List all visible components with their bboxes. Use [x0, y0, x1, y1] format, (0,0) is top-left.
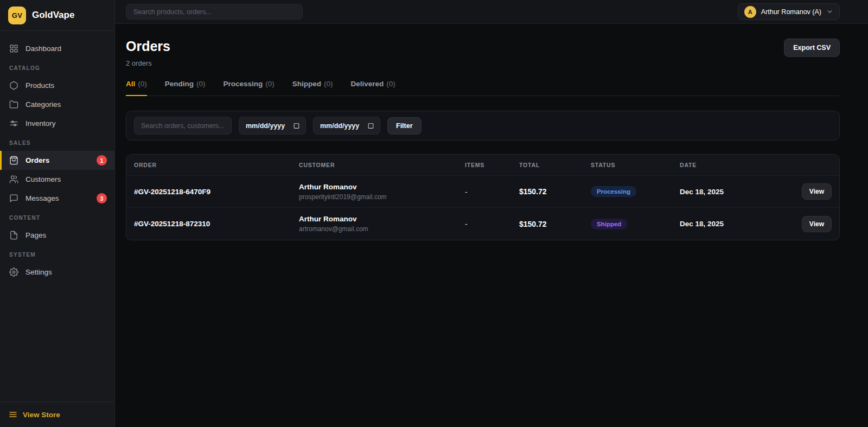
order-total: $150.72: [519, 220, 591, 228]
hexagon-icon: [9, 81, 18, 90]
tab-label: Pending: [165, 80, 194, 88]
page-title: Orders: [126, 39, 170, 54]
sidebar-item-label: Pages: [25, 231, 46, 239]
sliders-icon: [9, 119, 18, 128]
brand-header: GV GoldVape: [0, 0, 114, 31]
sidebar-item-label: Categories: [25, 100, 61, 109]
file-icon: [9, 231, 18, 240]
sidebar-nav: Dashboard CATALOG Products Categories In…: [0, 31, 114, 401]
view-order-button[interactable]: View: [802, 216, 832, 232]
orders-page: Orders 2 orders Export CSV All (0) Pendi…: [115, 24, 868, 427]
sidebar-item-label: Settings: [25, 268, 52, 276]
customer-name: Arthur Romanov: [299, 183, 465, 191]
users-icon: [9, 175, 18, 184]
status-badge: Processing: [591, 186, 636, 197]
calendar-icon[interactable]: [293, 122, 300, 129]
sidebar-item-customers[interactable]: Customers: [0, 170, 114, 189]
shopping-bag-icon: [9, 156, 18, 165]
main-area: A Arthur Romanov (A) Orders 2 orders Exp…: [115, 0, 868, 427]
col-items: ITEMS: [465, 162, 519, 168]
customer-cell: Arthur Romanov artromanov@gmail.com: [299, 215, 465, 233]
tab-label: Shipped: [292, 80, 321, 88]
global-search-input[interactable]: [126, 4, 303, 20]
actions-cell: View: [802, 183, 832, 200]
tab-label: Processing: [224, 80, 263, 88]
col-customer: CUSTOMER: [299, 162, 465, 168]
sidebar-section-catalog: CATALOG: [0, 58, 114, 76]
dashboard-icon: [9, 44, 18, 53]
orders-table: ORDER CUSTOMER ITEMS TOTAL STATUS DATE #…: [126, 154, 840, 240]
chevron-down-icon: [826, 8, 833, 15]
tab-count: (0): [138, 80, 147, 88]
tab-label: Delivered: [351, 80, 384, 88]
status-tabs: All (0) Pending (0) Processing (0) Shipp…: [126, 80, 840, 96]
avatar: A: [744, 6, 756, 18]
sidebar: GV GoldVape Dashboard CATALOG Products C…: [0, 0, 115, 427]
filter-button[interactable]: Filter: [387, 117, 422, 135]
tab-processing[interactable]: Processing (0): [224, 80, 275, 96]
actions-cell: View: [802, 216, 832, 232]
sidebar-item-label: Messages: [25, 194, 59, 202]
date-to-input[interactable]: mm/dd/yyyy: [313, 117, 380, 135]
items-count: -: [465, 220, 519, 228]
sidebar-item-pages[interactable]: Pages: [0, 226, 114, 245]
topbar: A Arthur Romanov (A): [115, 0, 868, 24]
items-count: -: [465, 188, 519, 196]
order-date: Dec 18, 2025: [680, 220, 769, 228]
folder-icon: [9, 100, 18, 109]
col-order: ORDER: [134, 162, 299, 168]
tab-pending[interactable]: Pending (0): [165, 80, 206, 96]
tab-count: (0): [265, 80, 275, 88]
col-total: TOTAL: [519, 162, 591, 168]
tab-shipped[interactable]: Shipped (0): [292, 80, 333, 96]
orders-search-input[interactable]: [134, 117, 232, 135]
sidebar-item-messages[interactable]: Messages 3: [0, 189, 114, 208]
order-total: $150.72: [519, 187, 591, 196]
orders-count-badge: 1: [97, 155, 107, 165]
table-header-row: ORDER CUSTOMER ITEMS TOTAL STATUS DATE: [126, 155, 839, 176]
orders-count-subtitle: 2 orders: [126, 59, 170, 67]
date-from-value: mm/dd/yyyy: [246, 122, 285, 130]
user-menu[interactable]: A Arthur Romanov (A): [738, 3, 840, 20]
filter-bar: mm/dd/yyyy mm/dd/yyyy Filter: [126, 111, 840, 141]
tab-label: All: [126, 80, 135, 88]
customer-email: artromanov@gmail.com: [299, 225, 465, 233]
messages-count-badge: 3: [97, 193, 107, 203]
brand-name: GoldVape: [32, 10, 74, 21]
sidebar-section-content: CONTENT: [0, 208, 114, 226]
tab-all[interactable]: All (0): [126, 80, 147, 96]
brand-logo: GV: [8, 7, 26, 24]
sidebar-item-label: Orders: [25, 156, 49, 164]
sidebar-item-label: Dashboard: [25, 44, 61, 53]
tab-count: (0): [386, 80, 395, 88]
sidebar-item-orders[interactable]: Orders 1: [0, 151, 114, 170]
calendar-icon[interactable]: [367, 122, 374, 129]
table-row: #GV-20251218-6470F9 Arthur Romanov prosp…: [126, 176, 839, 208]
table-row: #GV-20251218-872310 Arthur Romanov artro…: [126, 208, 839, 240]
status-badge: Shipped: [591, 219, 627, 230]
customer-cell: Arthur Romanov prosperityintl2019@gmail.…: [299, 183, 465, 201]
sidebar-item-label: Products: [25, 81, 54, 90]
sidebar-item-inventory[interactable]: Inventory: [0, 114, 114, 133]
status-cell: Processing: [591, 186, 680, 197]
menu-lines-icon: [9, 410, 17, 419]
col-status: STATUS: [591, 162, 680, 168]
view-order-button[interactable]: View: [802, 183, 832, 200]
status-cell: Shipped: [591, 219, 680, 230]
sidebar-section-sales: SALES: [0, 133, 114, 151]
tab-delivered[interactable]: Delivered (0): [351, 80, 395, 96]
customer-email: prosperityintl2019@gmail.com: [299, 193, 465, 201]
sidebar-item-label: Inventory: [25, 119, 56, 128]
date-from-input[interactable]: mm/dd/yyyy: [239, 117, 306, 135]
sidebar-item-products[interactable]: Products: [0, 76, 114, 95]
export-csv-button[interactable]: Export CSV: [784, 39, 840, 57]
view-store-link[interactable]: View Store: [0, 401, 114, 427]
sidebar-item-settings[interactable]: Settings: [0, 263, 114, 282]
order-date: Dec 18, 2025: [680, 188, 769, 196]
customer-name: Arthur Romanov: [299, 215, 465, 223]
sidebar-item-dashboard[interactable]: Dashboard: [0, 39, 114, 58]
sidebar-item-categories[interactable]: Categories: [0, 95, 114, 114]
order-id: #GV-20251218-6470F9: [134, 188, 299, 196]
view-store-label: View Store: [23, 411, 60, 419]
tab-count: (0): [196, 80, 206, 88]
